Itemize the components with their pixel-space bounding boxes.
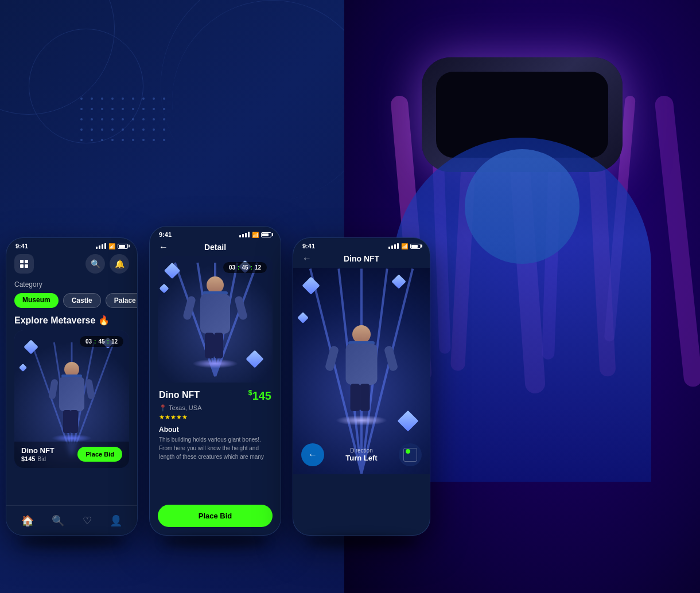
detail-location: 📍 Texas, USA [159,404,271,412]
back-direction-btn[interactable]: ← [301,443,324,466]
pill-castle[interactable]: Castle [63,293,101,308]
place-bid-btn-1[interactable]: Place Bid [77,447,122,462]
time-2: 9:41 [159,231,172,238]
phone3-header: ← Dino NFT [293,252,430,268]
nav-home[interactable]: 🏠 [21,514,34,527]
wifi-icon-3: 📶 [401,243,408,249]
explore-title: Explore Metaverse 🔥 [6,313,137,330]
phone-detail: 9:41 📶 ← Detail [149,226,281,536]
nft-card-footer: Dino NFT $145 Bid Place Bid [14,442,129,468]
bell-button[interactable]: 🔔 [110,254,129,274]
phone-home: 9:41 📶 [6,237,138,536]
phones-container: 9:41 📶 [6,226,430,536]
dot-grid [80,97,170,146]
map-button[interactable] [399,443,422,466]
timer-badge-1: 03 : 45 : 12 [80,336,123,347]
signal-bars-2 [239,232,250,237]
phone1-header: 🔍 🔔 [6,252,137,278]
svg-rect-7 [654,95,700,388]
signal-bars-1 [96,243,106,249]
place-bid-btn-2[interactable]: Place Bid [158,505,273,527]
detail-info: Dino NFT $145 📍 Texas, USA ★★★★★ About T… [150,383,281,461]
nft-detail-image: 03 : 45 : 12 [158,256,273,383]
nft-price-1: $145 [21,455,35,462]
nft-name-1: Dino NFT [21,446,55,455]
nav-heart[interactable]: ♡ [83,514,92,527]
grid-icon-button[interactable] [14,254,34,274]
phone-navigation: 9:41 📶 ← Dino NFT [293,237,430,536]
phone3-title: Dino NFT [344,254,379,263]
back-btn-2[interactable]: ← [159,242,168,252]
signal-bars-3 [388,243,399,249]
status-bar-2: 9:41 📶 [150,227,281,240]
battery-1 [118,244,128,249]
battery-2 [261,232,271,237]
nft-card-1: 03 : 45 : 12 Dino NFT $145 Bid [14,330,129,468]
about-label: About [159,426,271,434]
time-3: 9:41 [302,243,315,249]
nav-user[interactable]: 👤 [110,514,122,527]
star-rating: ★★★★★ [159,413,271,421]
category-label: Category [6,278,137,291]
status-bar-1: 9:41 📶 [6,238,137,252]
time-1: 9:41 [15,243,28,249]
search-button[interactable]: 🔍 [85,254,105,274]
pill-palace[interactable]: Palace [106,293,138,308]
phone2-header: ← Detail [150,240,281,256]
direction-bar: ← Direction Turn Left [301,443,422,466]
detail-nft-name: Dino NFT [159,390,200,400]
nav-search[interactable]: 🔍 [52,514,64,527]
nft-bid-label: Bid [37,456,45,462]
direction-info: Direction Turn Left [345,447,377,462]
timer-badge-2: 03 : 45 : 12 [223,262,267,273]
phone3-image: ← Direction Turn Left [293,268,430,474]
battery-3 [410,244,421,249]
bottom-nav-1: 🏠 🔍 ♡ 👤 [6,505,137,535]
about-text: This building holds various giant bones!… [159,435,271,461]
pill-museum[interactable]: Museum [14,293,59,308]
status-bar-3: 9:41 📶 [293,238,430,252]
wifi-icon-2: 📶 [252,232,259,238]
detail-title: Detail [204,243,226,252]
wifi-icon-1: 📶 [108,243,115,249]
category-pills: Museum Castle Palace [6,291,137,313]
detail-price: $145 [248,388,271,403]
back-btn-3[interactable]: ← [302,253,312,264]
